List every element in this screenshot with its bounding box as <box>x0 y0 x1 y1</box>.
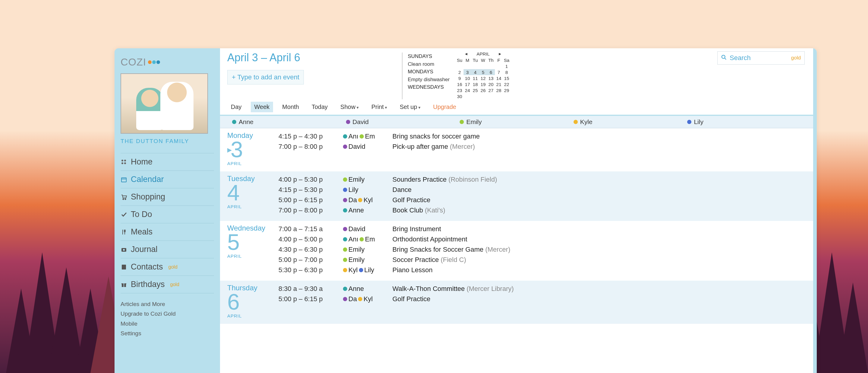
mini-cal-day[interactable]: 19 <box>479 81 487 87</box>
mini-cal-day[interactable]: 11 <box>471 75 479 81</box>
event-row[interactable]: 4:30 p – 6:30 pEmilyBring Snacks for Soc… <box>278 245 806 255</box>
event-row[interactable]: 7:00 a – 7:15 aDavidBring Instrument <box>278 224 806 234</box>
nav-calendar[interactable]: Calendar <box>121 171 214 188</box>
mini-cal-day[interactable]: 29 <box>503 87 510 93</box>
tab-upgrade[interactable]: Upgrade <box>430 102 460 112</box>
mini-cal-day[interactable]: 20 <box>487 81 495 87</box>
nav-home[interactable]: Home <box>121 153 214 171</box>
mini-cal-day[interactable]: 9 <box>456 75 464 81</box>
person-emily[interactable]: Emily <box>460 118 574 125</box>
mini-cal-day[interactable]: 25 <box>471 87 479 93</box>
day-block: Tuesday4APRIL4:00 p – 5:30 pEmilySounder… <box>220 171 813 221</box>
event-row[interactable]: 4:00 p – 5:30 pEmilySounders Practice (R… <box>278 174 806 185</box>
event-title: Bring Instrument <box>393 225 806 233</box>
camera-icon <box>121 246 127 253</box>
event-row[interactable]: 4:15 p – 5:30 pLilyDance <box>278 185 806 195</box>
mini-cal-day[interactable]: 21 <box>495 81 503 87</box>
mini-cal-day[interactable]: 4 <box>471 69 479 75</box>
mini-cal-day[interactable]: 30 <box>456 93 464 99</box>
person-label: Emily <box>466 118 482 125</box>
mini-cal-day[interactable] <box>495 63 503 69</box>
mini-cal-day[interactable]: 28 <box>495 87 503 93</box>
mini-cal-day[interactable]: 10 <box>464 75 471 81</box>
person-david[interactable]: David <box>346 118 460 125</box>
mini-cal-day[interactable]: 12 <box>479 75 487 81</box>
nav-journal[interactable]: Journal <box>121 241 214 258</box>
mini-cal-day[interactable] <box>487 63 495 69</box>
event-row[interactable]: 5:30 p – 6:30 pKylLilyPiano Lesson <box>278 265 806 275</box>
mini-cal-day[interactable]: 13 <box>487 75 495 81</box>
mini-cal-day[interactable]: 18 <box>471 81 479 87</box>
mini-cal-grid[interactable]: SuMTuWThFSa12345678910111213141516171819… <box>456 57 510 99</box>
person-short: Emily <box>348 256 365 264</box>
mini-cal-day[interactable]: 27 <box>487 87 495 93</box>
mini-cal-day[interactable]: 14 <box>495 75 503 81</box>
event-row[interactable]: 4:15 p – 4:30 pAnıEmBring snacks for soc… <box>278 131 806 142</box>
mini-cal-day[interactable]: 6 <box>487 69 495 75</box>
event-row[interactable]: 4:00 p – 5:00 pAnıEmOrthodontist Appoint… <box>278 234 806 245</box>
event-row[interactable]: 5:00 p – 6:15 pDaKylGolf Practice <box>278 195 806 205</box>
event-row[interactable]: 5:00 p – 6:15 pDaKylGolf Practice <box>278 294 806 304</box>
event-row[interactable]: 5:00 p – 7:00 pEmilySoccer Practice (Fie… <box>278 255 806 265</box>
tab-print[interactable]: Print <box>368 102 391 112</box>
tab-today[interactable]: Today <box>308 102 331 112</box>
mini-cal-day[interactable]: 16 <box>456 81 464 87</box>
event-title: Orthodontist Appointment <box>393 235 806 243</box>
prev-month-button[interactable]: ◄ <box>464 52 468 56</box>
event-row[interactable]: 7:00 p – 8:00 pAnneBook Club (Kati's) <box>278 205 806 216</box>
footer-settings[interactable]: Settings <box>121 328 214 338</box>
mini-cal-day[interactable]: 8 <box>503 69 510 75</box>
footer-upgrade[interactable]: Upgrade to Cozi Gold <box>121 309 214 319</box>
tab-setup[interactable]: Set up <box>396 102 424 112</box>
mini-cal-day[interactable]: 23 <box>456 87 464 93</box>
tab-month[interactable]: Month <box>278 102 303 112</box>
mini-cal-day[interactable] <box>471 93 479 99</box>
tab-show[interactable]: Show <box>337 102 362 112</box>
mini-cal-day[interactable] <box>487 93 495 99</box>
nav-birthdays[interactable]: Birthdays gold <box>121 276 214 293</box>
person-kyle[interactable]: Kyle <box>574 118 687 125</box>
day-block: Thursday6APRIL8:30 a – 9:30 aAnneWalk-A-… <box>220 281 813 324</box>
mini-cal-day[interactable]: 26 <box>479 87 487 93</box>
person-lily[interactable]: Lily <box>687 118 801 125</box>
brand-logo[interactable]: COZI <box>121 54 214 70</box>
nav-shopping[interactable]: Shopping <box>121 188 214 206</box>
person-label: David <box>352 118 369 125</box>
footer-articles[interactable]: Articles and More <box>121 299 214 309</box>
event-row[interactable]: 8:30 a – 9:30 aAnneWalk-A-Thon Committee… <box>278 284 806 294</box>
mini-cal-day[interactable]: 15 <box>503 75 510 81</box>
mini-cal-day[interactable]: 2 <box>456 69 464 75</box>
mini-cal-day[interactable] <box>456 63 464 69</box>
mini-cal-day[interactable]: 5 <box>479 69 487 75</box>
mini-cal-day[interactable] <box>495 93 503 99</box>
nav-contacts[interactable]: Contacts gold <box>121 258 214 276</box>
event-people: AnıEm <box>343 133 391 140</box>
mini-cal-day[interactable]: 7 <box>495 69 503 75</box>
nav-todo[interactable]: To Do <box>121 206 214 223</box>
mini-cal-day[interactable] <box>479 63 487 69</box>
mini-cal-day[interactable] <box>464 63 471 69</box>
mini-cal-day[interactable]: 1 <box>503 63 510 69</box>
mini-cal-day[interactable]: 17 <box>464 81 471 87</box>
footer-mobile[interactable]: Mobile <box>121 319 214 328</box>
person-anne[interactable]: Anne <box>232 118 346 125</box>
mini-calendar[interactable]: ◄ APRIL ► SuMTuWThFSa1234567891011121314… <box>456 51 510 99</box>
tab-day[interactable]: Day <box>227 102 245 112</box>
search-box[interactable]: Search gold <box>717 51 805 64</box>
mini-cal-day[interactable] <box>479 93 487 99</box>
mini-cal-day[interactable] <box>503 93 510 99</box>
mini-cal-day[interactable] <box>464 93 471 99</box>
tab-week[interactable]: Week <box>251 102 273 112</box>
add-event-input[interactable]: + Type to add an event <box>227 70 304 85</box>
topbar: April 3 – April 6 + Type to add an event… <box>220 48 813 99</box>
mini-cal-day[interactable]: 24 <box>464 87 471 93</box>
nav-meals[interactable]: Meals <box>121 223 214 241</box>
mini-cal-day[interactable]: 22 <box>503 81 510 87</box>
event-row[interactable]: 7:00 p – 8:00 pDavidPick-up after game (… <box>278 142 806 152</box>
mini-cal-day[interactable]: 3 <box>464 69 471 75</box>
person-dot-icon <box>360 134 364 139</box>
mini-cal-day[interactable] <box>471 63 479 69</box>
family-photo[interactable] <box>121 73 208 134</box>
event-time: 4:15 p – 4:30 p <box>278 133 342 140</box>
next-month-button[interactable]: ► <box>498 52 502 56</box>
